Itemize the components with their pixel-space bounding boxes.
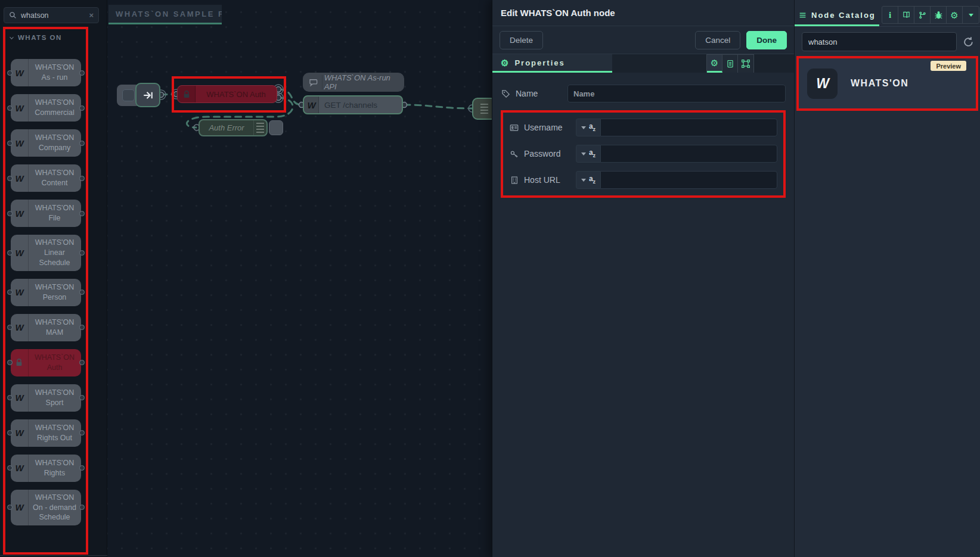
palette-node[interactable]: W WHATS'ON Person [11, 279, 81, 306]
tab-node-catalog[interactable]: Node Catalog [795, 6, 879, 26]
catalog-tab-label: Node Catalog [811, 11, 876, 20]
node-input-port[interactable] [7, 505, 13, 510]
node-input-port[interactable] [7, 325, 13, 330]
password-type-select[interactable]: az [576, 145, 600, 163]
node-output-port[interactable] [79, 176, 85, 181]
node-input-port[interactable] [7, 141, 13, 146]
node-output-port[interactable] [79, 211, 85, 216]
palette-node[interactable]: W WHATS'ON Sport [11, 384, 81, 412]
username-type-select[interactable]: az [576, 119, 600, 136]
debug-toggle-button[interactable] [269, 120, 283, 135]
username-input[interactable] [600, 119, 777, 136]
auth-error-node[interactable]: Auth Error [199, 119, 268, 136]
palette-search-input[interactable] [21, 11, 85, 20]
palette-node[interactable]: W WHATS'ON Rights Out [11, 419, 81, 447]
node-input-port[interactable] [7, 430, 13, 435]
hosturl-input[interactable] [600, 171, 777, 189]
whatson-logo-icon: W [15, 287, 23, 297]
tab-properties-icon[interactable]: ⚙ [707, 55, 722, 73]
catalog-search-input[interactable] [802, 32, 957, 51]
delete-button[interactable]: Delete [500, 31, 543, 49]
preview-badge: Preview [931, 61, 966, 71]
node-output-port[interactable] [79, 325, 85, 330]
node-input-port[interactable] [7, 105, 13, 111]
caret-down-icon [581, 153, 586, 155]
building-icon [509, 176, 519, 185]
auth-node-label: WHATS`ON Auth [196, 90, 277, 99]
string-type-icon: az [589, 149, 596, 158]
node-output-port[interactable] [79, 360, 85, 365]
tab-properties[interactable]: ⚙ Properties [492, 54, 612, 73]
node-output-port[interactable] [79, 250, 85, 256]
node-input-port[interactable] [7, 395, 13, 400]
node-input-port[interactable] [7, 360, 13, 365]
whatson-logo-icon: W [15, 322, 23, 332]
node-input-port[interactable] [7, 176, 13, 181]
node-output-port[interactable] [79, 430, 85, 435]
comment-node[interactable]: WHATS`ON As-run API [303, 73, 404, 92]
node-output-port[interactable] [79, 465, 85, 471]
flow-tab[interactable]: WHATS`ON SAMPLE FI [108, 5, 222, 24]
palette-search-box[interactable]: × [4, 7, 99, 23]
node-input-port[interactable] [7, 70, 13, 76]
get-channels-node[interactable]: W GET /channels [303, 95, 403, 114]
palette-node[interactable]: W WHATS'ON Linear Schedule [11, 235, 81, 271]
get-channels-label: GET /channels [319, 101, 402, 110]
auth-error-label: Auth Error [200, 123, 253, 132]
clipped-debug-node[interactable] [472, 98, 492, 120]
done-button[interactable]: Done [746, 31, 787, 49]
key-icon [509, 150, 519, 158]
password-input[interactable] [600, 145, 777, 163]
whatson-auth-node[interactable]: WHATS`ON Auth [177, 85, 277, 103]
tab-description-icon[interactable] [722, 55, 738, 73]
tab-projects[interactable] [914, 7, 931, 23]
link-in-node[interactable] [135, 83, 160, 107]
node-output-port[interactable] [79, 290, 85, 295]
clear-search-icon[interactable]: × [89, 11, 94, 20]
chevron-down-icon [9, 35, 14, 41]
flow-editor-app: × WHATS ON W WHATS'ON As - run W WHATS'O… [0, 0, 980, 557]
refresh-icon[interactable] [963, 36, 974, 48]
node-output-port[interactable] [79, 70, 85, 76]
palette-node[interactable]: W WHATS'ON MAM [11, 314, 81, 341]
name-input[interactable] [567, 85, 786, 102]
palette-node[interactable]: W WHATS'ON On - demand Schedule [11, 490, 81, 526]
palette-node[interactable]: W WHATS'ON As - run [11, 59, 81, 86]
node-input-port[interactable] [7, 290, 13, 295]
node-input-port[interactable] [7, 211, 13, 216]
wire [404, 105, 472, 108]
palette-node[interactable]: W WHATS'ON Content [11, 164, 81, 192]
palette-node[interactable]: W WHATS'ON File [11, 200, 81, 227]
node-icon-cell: W [11, 384, 29, 412]
sidebar-menu-button[interactable] [963, 7, 979, 23]
palette-category-header[interactable]: WHATS ON [5, 29, 86, 41]
tab-appearance-icon[interactable] [738, 55, 753, 73]
cancel-button[interactable]: Cancel [695, 31, 740, 49]
tab-debug[interactable] [931, 7, 947, 23]
username-field-label: Username [524, 123, 563, 132]
whatson-logo-icon: W [15, 502, 23, 512]
tab-config[interactable]: ⚙ [947, 7, 963, 23]
node-input-port[interactable] [7, 465, 13, 471]
flow-wires [107, 0, 492, 557]
node-input-port[interactable] [7, 250, 13, 256]
tab-help[interactable] [898, 7, 914, 23]
palette-node[interactable]: W WHATS'ON Rights [11, 455, 81, 482]
node-icon-cell: W [11, 455, 29, 482]
edit-panel-title: Edit WHATS`ON Auth node [492, 0, 794, 26]
node-output-port[interactable] [79, 395, 85, 400]
node-output-port[interactable] [79, 141, 85, 146]
node-icon-cell: W [11, 279, 29, 306]
palette-node[interactable]: W WHATS'ON Commercial [11, 94, 81, 122]
search-icon [9, 11, 17, 19]
node-output-port[interactable] [79, 105, 85, 111]
info-icon: i [889, 10, 891, 20]
palette-node[interactable]: W WHATS`ON Auth [11, 349, 81, 376]
node-output-port[interactable] [79, 505, 85, 510]
flow-canvas[interactable]: WHATS`ON SAMPLE FI [107, 0, 492, 557]
catalog-result-card[interactable]: W WHATS'ON Preview [799, 58, 976, 108]
tab-info[interactable]: i [882, 7, 898, 23]
palette-node[interactable]: W WHATS'ON Company [11, 129, 81, 157]
lock-icon [182, 90, 191, 99]
hosturl-type-select[interactable]: az [576, 171, 600, 189]
